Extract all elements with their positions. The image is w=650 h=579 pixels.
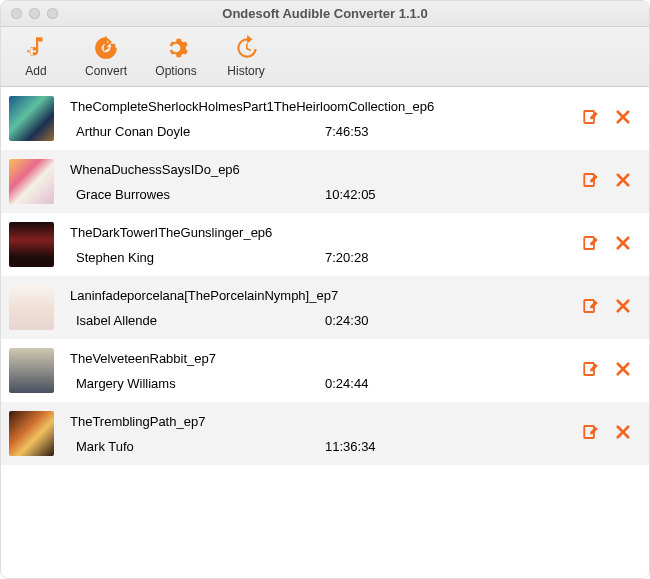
edit-icon (582, 108, 600, 130)
book-duration: 10:42:05 (325, 187, 376, 202)
book-info: TheCompleteSherlockHolmesPart1TheHeirloo… (70, 99, 569, 139)
book-row[interactable]: TheVelveteenRabbit_ep7Margery Williams0:… (1, 339, 649, 402)
history-button[interactable]: History (225, 35, 267, 78)
book-duration: 0:24:30 (325, 313, 368, 328)
book-author: Arthur Conan Doyle (70, 124, 325, 139)
book-list: TheCompleteSherlockHolmesPart1TheHeirloo… (1, 87, 649, 578)
book-row[interactable]: TheTremblingPath_ep7Mark Tufo11:36:34 (1, 402, 649, 465)
book-cover (9, 348, 54, 393)
options-button[interactable]: Options (155, 35, 197, 78)
book-author: Grace Burrowes (70, 187, 325, 202)
close-icon (614, 108, 632, 130)
book-info: TheVelveteenRabbit_ep7Margery Williams0:… (70, 351, 569, 391)
book-cover (9, 285, 54, 330)
book-title: TheCompleteSherlockHolmesPart1TheHeirloo… (70, 99, 569, 114)
history-label: History (227, 64, 264, 78)
close-icon (614, 171, 632, 193)
convert-label: Convert (85, 64, 127, 78)
close-icon (614, 423, 632, 445)
options-label: Options (155, 64, 196, 78)
music-add-icon (23, 35, 49, 61)
close-icon (614, 297, 632, 319)
delete-button[interactable] (613, 172, 633, 192)
app-window: Ondesoft Audible Converter 1.1.0 Add Con… (0, 0, 650, 579)
titlebar: Ondesoft Audible Converter 1.1.0 (1, 1, 649, 27)
delete-button[interactable] (613, 235, 633, 255)
book-cover (9, 222, 54, 267)
edit-icon (582, 171, 600, 193)
edit-button[interactable] (581, 298, 601, 318)
row-actions (581, 424, 633, 444)
add-button[interactable]: Add (15, 35, 57, 78)
row-actions (581, 298, 633, 318)
book-title: TheTremblingPath_ep7 (70, 414, 569, 429)
book-title: WhenaDuchessSaysIDo_ep6 (70, 162, 569, 177)
book-title: TheDarkTowerITheGunslinger_ep6 (70, 225, 569, 240)
book-title: Laninfadeporcelana[ThePorcelainNymph]_ep… (70, 288, 569, 303)
edit-icon (582, 423, 600, 445)
book-row[interactable]: TheDarkTowerITheGunslinger_ep6Stephen Ki… (1, 213, 649, 276)
book-author: Stephen King (70, 250, 325, 265)
book-duration: 11:36:34 (325, 439, 376, 454)
edit-button[interactable] (581, 172, 601, 192)
edit-button[interactable] (581, 109, 601, 129)
book-author: Margery Williams (70, 376, 325, 391)
row-actions (581, 361, 633, 381)
history-icon (233, 35, 259, 61)
book-author: Isabel Allende (70, 313, 325, 328)
edit-button[interactable] (581, 424, 601, 444)
delete-button[interactable] (613, 424, 633, 444)
row-actions (581, 109, 633, 129)
book-duration: 0:24:44 (325, 376, 368, 391)
edit-button[interactable] (581, 361, 601, 381)
book-row[interactable]: Laninfadeporcelana[ThePorcelainNymph]_ep… (1, 276, 649, 339)
book-duration: 7:20:28 (325, 250, 368, 265)
close-window-button[interactable] (11, 8, 22, 19)
delete-button[interactable] (613, 109, 633, 129)
book-row[interactable]: TheCompleteSherlockHolmesPart1TheHeirloo… (1, 87, 649, 150)
delete-button[interactable] (613, 361, 633, 381)
edit-icon (582, 360, 600, 382)
window-title: Ondesoft Audible Converter 1.1.0 (11, 6, 639, 21)
book-cover (9, 411, 54, 456)
edit-icon (582, 297, 600, 319)
book-cover (9, 159, 54, 204)
maximize-window-button[interactable] (47, 8, 58, 19)
book-info: WhenaDuchessSaysIDo_ep6Grace Burrowes10:… (70, 162, 569, 202)
add-label: Add (25, 64, 46, 78)
row-actions (581, 235, 633, 255)
close-icon (614, 360, 632, 382)
close-icon (614, 234, 632, 256)
book-duration: 7:46:53 (325, 124, 368, 139)
convert-button[interactable]: Convert (85, 35, 127, 78)
book-author: Mark Tufo (70, 439, 325, 454)
book-info: Laninfadeporcelana[ThePorcelainNymph]_ep… (70, 288, 569, 328)
book-cover (9, 96, 54, 141)
toolbar: Add Convert Options History (1, 27, 649, 87)
gear-icon (163, 35, 189, 61)
edit-icon (582, 234, 600, 256)
row-actions (581, 172, 633, 192)
book-info: TheTremblingPath_ep7Mark Tufo11:36:34 (70, 414, 569, 454)
book-title: TheVelveteenRabbit_ep7 (70, 351, 569, 366)
convert-icon (93, 35, 119, 61)
book-row[interactable]: WhenaDuchessSaysIDo_ep6Grace Burrowes10:… (1, 150, 649, 213)
delete-button[interactable] (613, 298, 633, 318)
minimize-window-button[interactable] (29, 8, 40, 19)
window-controls (11, 8, 58, 19)
book-info: TheDarkTowerITheGunslinger_ep6Stephen Ki… (70, 225, 569, 265)
edit-button[interactable] (581, 235, 601, 255)
